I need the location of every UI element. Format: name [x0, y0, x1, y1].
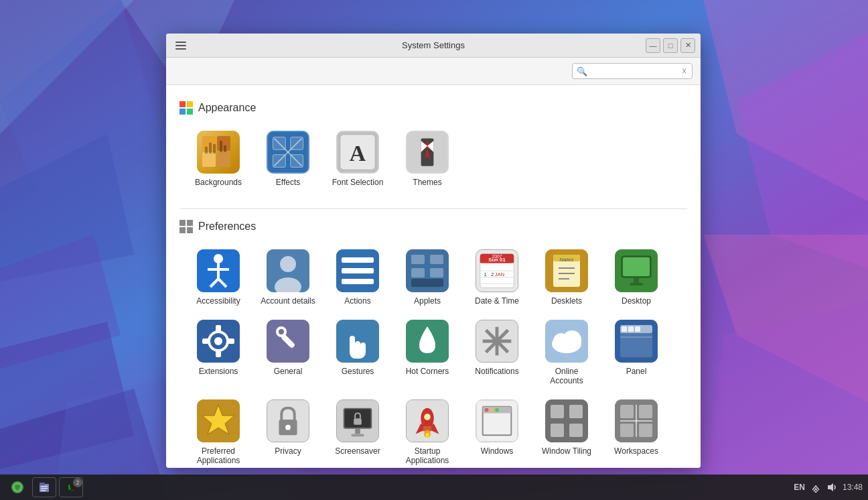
content-area: Appearance — [166, 85, 701, 468]
date-time-item[interactable]: Sun 01 2007 1 2 JAN Date & Time — [463, 244, 530, 311]
screensaver-item[interactable]: Screensaver — [324, 394, 391, 468]
privacy-item[interactable]: Privacy — [255, 394, 321, 468]
maximize-button[interactable]: □ — [663, 38, 678, 53]
svg-rect-60 — [411, 255, 425, 264]
svg-rect-14 — [187, 101, 193, 107]
svg-rect-93 — [216, 351, 221, 357]
effects-label: Effects — [276, 178, 300, 187]
date-time-label: Date & Time — [475, 296, 519, 306]
date-time-icon: Sun 01 2007 1 2 JAN — [476, 249, 518, 292]
system-settings-window: System Settings — □ ✕ 🔍 ☓ Appearance — [166, 34, 701, 468]
svg-rect-62 — [411, 268, 425, 277]
svg-rect-150 — [620, 405, 634, 418]
terminal-badge: 2 — [73, 478, 82, 487]
panel-item[interactable]: Panel — [603, 314, 670, 391]
themes-label: Themes — [413, 178, 441, 187]
preferred-applications-icon — [197, 399, 240, 442]
workspaces-item[interactable]: Workspaces — [603, 394, 670, 468]
search-input[interactable] — [590, 66, 680, 76]
workspaces-icon — [615, 399, 658, 442]
mint-logo-icon — [11, 481, 24, 494]
svg-rect-128 — [351, 434, 364, 436]
hamburger-button[interactable] — [171, 36, 190, 55]
svg-rect-148 — [569, 424, 583, 437]
svg-point-143 — [495, 408, 499, 412]
taskbar-clock: 13:48 — [843, 483, 863, 492]
font-selection-item[interactable]: A Font Selection — [324, 125, 391, 192]
svg-text:JAN: JAN — [495, 271, 505, 277]
search-clear-button[interactable]: ☓ — [680, 66, 688, 76]
svg-marker-166 — [828, 483, 833, 491]
svg-rect-20 — [217, 152, 230, 167]
account-details-item[interactable]: Account details — [255, 244, 321, 311]
hot-corners-item[interactable]: Hot Corners — [394, 314, 461, 391]
account-details-icon — [267, 249, 309, 292]
window-tiling-icon — [545, 399, 588, 442]
hot-corners-icon — [406, 320, 449, 363]
themes-icon — [406, 131, 449, 174]
svg-rect-153 — [639, 424, 652, 437]
windows-icon — [476, 399, 518, 442]
svg-rect-159 — [40, 483, 45, 485]
applets-item[interactable]: Applets — [394, 244, 461, 311]
screensaver-label: Screensaver — [335, 446, 380, 456]
close-button[interactable]: ✕ — [680, 38, 695, 53]
actions-icon — [336, 249, 379, 292]
windows-item[interactable]: Windows — [463, 394, 530, 468]
extensions-item[interactable]: Extensions — [185, 314, 252, 391]
preferences-grid: Accessibility Account details — [179, 244, 687, 468]
accessibility-label: Accessibility — [196, 296, 240, 306]
svg-rect-16 — [187, 109, 193, 115]
svg-rect-15 — [179, 109, 186, 115]
effects-item[interactable]: Effects — [255, 125, 321, 192]
actions-item[interactable]: Actions — [324, 244, 391, 311]
search-icon: 🔍 — [577, 66, 587, 76]
general-item[interactable]: General — [255, 314, 321, 391]
taskbar-language: EN — [794, 483, 805, 492]
svg-rect-24 — [220, 141, 222, 152]
gestures-item[interactable]: Gestures — [324, 314, 391, 391]
svg-rect-127 — [355, 428, 360, 434]
svg-rect-88 — [630, 283, 643, 286]
svg-text:1: 1 — [484, 271, 486, 277]
desklets-item[interactable]: Nates Desklets — [533, 244, 600, 311]
startup-applications-label: Startup Applications — [399, 446, 455, 466]
appearance-grid: Backgrounds Effects — [179, 125, 687, 192]
online-accounts-item[interactable]: Online Accounts — [533, 314, 600, 391]
workspaces-label: Workspaces — [614, 446, 658, 456]
preferred-applications-item[interactable]: Preferred Applications — [185, 394, 252, 468]
svg-rect-63 — [430, 268, 443, 277]
notifications-item[interactable]: Notifications — [463, 314, 530, 391]
startup-applications-item[interactable]: Startup Applications — [394, 394, 461, 468]
taskbar-filemanager-button[interactable] — [32, 477, 56, 497]
svg-point-123 — [285, 424, 291, 430]
backgrounds-item[interactable]: Backgrounds — [185, 125, 252, 192]
font-selection-label: Font Selection — [332, 178, 384, 187]
svg-rect-86 — [623, 257, 650, 276]
svg-point-142 — [490, 408, 494, 412]
online-accounts-label: Online Accounts — [538, 367, 595, 386]
svg-rect-57 — [342, 268, 374, 273]
desktop-item[interactable]: Desktop — [603, 244, 670, 311]
themes-item[interactable]: Themes — [394, 125, 461, 192]
privacy-icon — [267, 399, 309, 442]
svg-point-137 — [425, 432, 429, 438]
search-box: 🔍 ☓ — [572, 63, 693, 79]
svg-rect-92 — [216, 325, 221, 332]
svg-rect-115 — [628, 326, 634, 332]
taskbar-menu-button[interactable] — [5, 477, 29, 497]
svg-rect-22 — [209, 143, 212, 153]
svg-rect-160 — [41, 486, 48, 487]
minimize-button[interactable]: — — [646, 38, 660, 53]
svg-rect-114 — [622, 326, 627, 332]
window-tiling-item[interactable]: Window Tiling — [533, 394, 600, 468]
appearance-section-header: Appearance — [179, 101, 687, 115]
preferred-applications-label: Preferred Applications — [190, 446, 246, 466]
svg-rect-56 — [342, 257, 374, 263]
window-controls: — □ ✕ — [646, 38, 695, 53]
title-bar-left — [171, 36, 190, 55]
taskbar-apps: $_ 2 — [5, 477, 83, 497]
taskbar-terminal-button[interactable]: $_ 2 — [59, 477, 83, 497]
file-manager-icon — [38, 481, 50, 493]
accessibility-item[interactable]: Accessibility — [185, 244, 252, 311]
